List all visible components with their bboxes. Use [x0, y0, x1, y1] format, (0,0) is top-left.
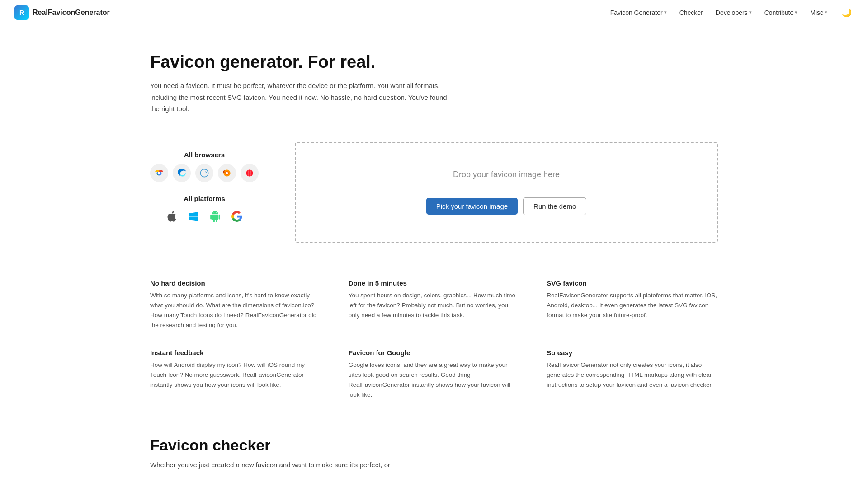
- middle-section: All browsers: [150, 133, 718, 270]
- chevron-down-icon: ▾: [795, 9, 797, 15]
- feature-desc: RealFaviconGenerator supports all platef…: [547, 291, 718, 321]
- feature-no-hard-decision: No hard decision With so many platforms …: [150, 279, 321, 331]
- favicon-dropzone[interactable]: Drop your favicon image here Pick your f…: [295, 142, 718, 243]
- platform-icons-row: [150, 208, 259, 225]
- hero-section: Favicon generator. For real. You need a …: [150, 25, 718, 133]
- windows-icon: [185, 208, 202, 225]
- nav-item-checker[interactable]: Checker: [674, 6, 708, 19]
- feature-svg-favicon: SVG favicon RealFaviconGenerator support…: [547, 279, 718, 331]
- hero-description: You need a favicon. It must be perfect, …: [150, 80, 448, 115]
- svg-point-1: [158, 172, 160, 174]
- feature-title: Instant feedback: [150, 349, 321, 357]
- checker-title: Favicon checker: [150, 436, 718, 454]
- dropzone-buttons: Pick your favicon image Run the demo: [426, 197, 587, 215]
- feature-favicon-google: Favicon for Google Google loves icons, a…: [349, 349, 520, 400]
- checker-section: Favicon checker Whether you've just crea…: [150, 427, 718, 480]
- feature-so-easy: So easy RealFaviconGenerator not only cr…: [547, 349, 718, 400]
- feature-desc: You spent hours on design, colors, graph…: [349, 291, 520, 321]
- feature-desc: How will Android display my icon? How wi…: [150, 360, 321, 390]
- nav-item-misc[interactable]: Misc ▾: [805, 6, 833, 19]
- feature-title: Favicon for Google: [349, 349, 520, 357]
- feature-title: So easy: [547, 349, 718, 357]
- platforms-group: All platforms: [150, 195, 259, 225]
- pick-favicon-button[interactable]: Pick your favicon image: [426, 198, 518, 215]
- feature-title: Done in 5 minutes: [349, 279, 520, 287]
- dropzone-label: Drop your favicon image here: [453, 170, 560, 179]
- nav-links: Favicon Generator ▾ Checker Developers ▾…: [605, 6, 833, 19]
- nav-item-contribute[interactable]: Contribute ▾: [759, 6, 803, 19]
- feature-desc: With so many platforms and icons, it's h…: [150, 291, 321, 331]
- feature-done-5-minutes: Done in 5 minutes You spent hours on des…: [349, 279, 520, 331]
- platforms-label: All platforms: [150, 195, 259, 202]
- main-content: Favicon generator. For real. You need a …: [118, 25, 750, 479]
- chevron-down-icon: ▾: [825, 9, 827, 15]
- svg-point-5: [226, 172, 228, 174]
- navbar: R RealFaviconGenerator Favicon Generator…: [0, 0, 868, 25]
- platforms-column: All browsers: [150, 142, 259, 238]
- hero-title: Favicon generator. For real.: [150, 52, 718, 72]
- chevron-down-icon: ▾: [664, 9, 667, 15]
- chevron-down-icon: ▾: [749, 9, 752, 15]
- logo-link[interactable]: R RealFaviconGenerator: [14, 5, 110, 20]
- features-grid: No hard decision With so many platforms …: [150, 270, 718, 427]
- dropzone-column: Drop your favicon image here Pick your f…: [295, 142, 718, 243]
- google-icon: [228, 208, 245, 225]
- edge-icon: [173, 164, 191, 182]
- run-demo-button[interactable]: Run the demo: [523, 197, 586, 215]
- nav-item-favicon-generator[interactable]: Favicon Generator ▾: [605, 6, 672, 19]
- dark-mode-toggle[interactable]: 🌙: [840, 6, 854, 19]
- feature-desc: RealFaviconGenerator not only creates yo…: [547, 360, 718, 390]
- nav-right: 🌙: [840, 8, 854, 18]
- firefox-icon: [218, 164, 236, 182]
- android-icon: [207, 208, 224, 225]
- chrome-icon: [150, 164, 168, 182]
- logo-icon: R: [14, 5, 29, 20]
- feature-title: SVG favicon: [547, 279, 718, 287]
- feature-desc: Google loves icons, and they are a great…: [349, 360, 520, 400]
- feature-title: No hard decision: [150, 279, 321, 287]
- opera-icon: [241, 164, 259, 182]
- browsers-label: All browsers: [150, 151, 259, 159]
- checker-description: Whether you've just created a new favico…: [150, 460, 412, 471]
- apple-icon: [163, 208, 180, 225]
- nav-item-developers[interactable]: Developers ▾: [710, 6, 757, 19]
- logo-text: RealFaviconGenerator: [33, 9, 110, 17]
- svg-point-8: [249, 169, 250, 176]
- browsers-group: All browsers: [150, 151, 259, 182]
- safari-icon: [195, 164, 213, 182]
- browser-icons-row: [150, 164, 259, 182]
- feature-instant-feedback: Instant feedback How will Android displa…: [150, 349, 321, 400]
